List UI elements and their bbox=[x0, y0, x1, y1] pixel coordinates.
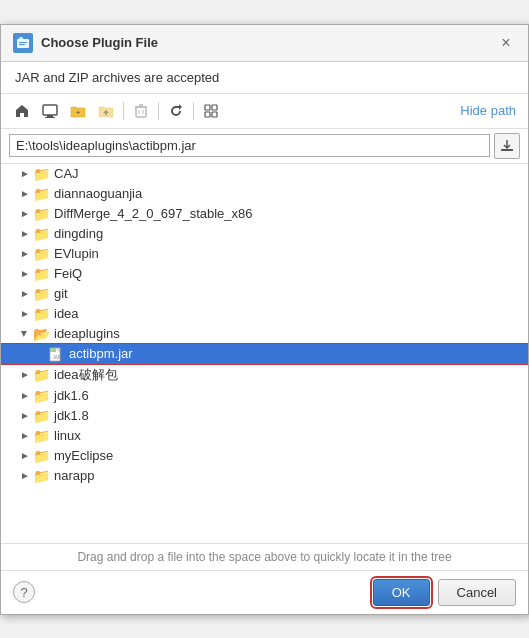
tree-item-actibpm[interactable]: ► JAR actibpm.jar bbox=[1, 344, 528, 364]
choose-plugin-dialog: Choose Plugin File × JAR and ZIP archive… bbox=[0, 24, 529, 615]
path-action-button[interactable] bbox=[494, 133, 520, 159]
subtitle-text: JAR and ZIP archives are accepted bbox=[1, 62, 528, 94]
folder-up-button[interactable] bbox=[93, 98, 119, 124]
svg-rect-17 bbox=[501, 149, 513, 151]
cancel-button[interactable]: Cancel bbox=[438, 579, 516, 606]
label-idea: idea bbox=[54, 306, 79, 321]
tree-item-jdk16[interactable]: ► 📁 jdk1.6 bbox=[1, 386, 528, 406]
folder-icon-ideaplugins: 📂 bbox=[33, 326, 50, 342]
drag-hint: Drag and drop a file into the space abov… bbox=[1, 544, 528, 571]
chevron-idea: ► bbox=[17, 306, 33, 322]
tree-item-idea-jiebaobao[interactable]: ► 📁 idea破解包 bbox=[1, 364, 528, 386]
svg-rect-2 bbox=[19, 42, 27, 43]
home-button[interactable] bbox=[9, 98, 35, 124]
folder-icon-linux: 📁 bbox=[33, 428, 50, 444]
svg-rect-4 bbox=[43, 105, 57, 115]
separator3 bbox=[193, 102, 194, 120]
separator2 bbox=[158, 102, 159, 120]
label-actibpm: actibpm.jar bbox=[69, 346, 133, 361]
tree-item-idea[interactable]: ► 📁 idea bbox=[1, 304, 528, 324]
svg-rect-1 bbox=[19, 37, 23, 40]
folder-icon-diannaoguanjia: 📁 bbox=[33, 186, 50, 202]
svg-text:+: + bbox=[76, 108, 81, 117]
label-git: git bbox=[54, 286, 68, 301]
svg-rect-0 bbox=[17, 39, 29, 48]
label-evlupin: EVlupin bbox=[54, 246, 99, 261]
chevron-diannaoguanjia: ► bbox=[17, 186, 33, 202]
label-dingding: dingding bbox=[54, 226, 103, 241]
file-tree[interactable]: ► 📁 CAJ ► 📁 diannaoguanjia ► 📁 DiffMerge… bbox=[1, 164, 528, 544]
folder-icon-narapp: 📁 bbox=[33, 468, 50, 484]
svg-rect-3 bbox=[19, 44, 25, 45]
folder-icon-diffmerge: 📁 bbox=[33, 206, 50, 222]
tree-item-narapp[interactable]: ► 📁 narapp bbox=[1, 466, 528, 486]
folder-icon-dingding: 📁 bbox=[33, 226, 50, 242]
path-input[interactable] bbox=[9, 134, 490, 157]
folder-icon-idea-jiebaobao: 📁 bbox=[33, 367, 50, 383]
tree-item-caj[interactable]: ► 📁 CAJ bbox=[1, 164, 528, 184]
svg-rect-5 bbox=[47, 115, 53, 117]
folder-icon-myeclipse: 📁 bbox=[33, 448, 50, 464]
chevron-jdk18: ► bbox=[17, 408, 33, 424]
delete-button[interactable] bbox=[128, 98, 154, 124]
label-diannaoguanjia: diannaoguanjia bbox=[54, 186, 142, 201]
label-myeclipse: myEclipse bbox=[54, 448, 113, 463]
new-folder-button[interactable]: + bbox=[65, 98, 91, 124]
svg-rect-6 bbox=[45, 117, 55, 118]
svg-rect-14 bbox=[212, 105, 217, 110]
bookmark-button[interactable] bbox=[198, 98, 224, 124]
dialog-icon bbox=[13, 33, 33, 53]
tree-item-myeclipse[interactable]: ► 📁 myEclipse bbox=[1, 446, 528, 466]
label-narapp: narapp bbox=[54, 468, 94, 483]
folder-icon-git: 📁 bbox=[33, 286, 50, 302]
path-bar bbox=[1, 129, 528, 164]
chevron-idea-jiebaobao: ► bbox=[17, 367, 33, 383]
hide-path-button[interactable]: Hide path bbox=[456, 101, 520, 120]
folder-icon-jdk18: 📁 bbox=[33, 408, 50, 424]
refresh-button[interactable] bbox=[163, 98, 189, 124]
svg-rect-15 bbox=[205, 112, 210, 117]
desktop-button[interactable] bbox=[37, 98, 63, 124]
chevron-dingding: ► bbox=[17, 226, 33, 242]
chevron-feiq: ► bbox=[17, 266, 33, 282]
svg-rect-16 bbox=[212, 112, 217, 117]
folder-icon-caj: 📁 bbox=[33, 166, 50, 182]
folder-icon-jdk16: 📁 bbox=[33, 388, 50, 404]
label-caj: CAJ bbox=[54, 166, 79, 181]
help-button[interactable]: ? bbox=[13, 581, 35, 603]
tree-item-evlupin[interactable]: ► 📁 EVlupin bbox=[1, 244, 528, 264]
folder-icon-feiq: 📁 bbox=[33, 266, 50, 282]
label-jdk18: jdk1.8 bbox=[54, 408, 89, 423]
separator1 bbox=[123, 102, 124, 120]
chevron-caj: ► bbox=[17, 166, 33, 182]
ok-button[interactable]: OK bbox=[373, 579, 430, 606]
chevron-evlupin: ► bbox=[17, 246, 33, 262]
tree-item-feiq[interactable]: ► 📁 FeiQ bbox=[1, 264, 528, 284]
chevron-myeclipse: ► bbox=[17, 448, 33, 464]
tree-item-jdk18[interactable]: ► 📁 jdk1.8 bbox=[1, 406, 528, 426]
folder-icon-idea: 📁 bbox=[33, 306, 50, 322]
label-feiq: FeiQ bbox=[54, 266, 82, 281]
label-ideaplugins: ideaplugins bbox=[54, 326, 120, 341]
label-idea-jiebaobao: idea破解包 bbox=[54, 366, 118, 384]
tree-item-linux[interactable]: ► 📁 linux bbox=[1, 426, 528, 446]
chevron-linux: ► bbox=[17, 428, 33, 444]
folder-icon-evlupin: 📁 bbox=[33, 246, 50, 262]
chevron-narapp: ► bbox=[17, 468, 33, 484]
tree-item-git[interactable]: ► 📁 git bbox=[1, 284, 528, 304]
label-jdk16: jdk1.6 bbox=[54, 388, 89, 403]
dialog-title: Choose Plugin File bbox=[41, 35, 158, 50]
label-diffmerge: DiffMerge_4_2_0_697_stable_x86 bbox=[54, 206, 253, 221]
svg-rect-19 bbox=[50, 348, 56, 352]
tree-item-diannaoguanjia[interactable]: ► 📁 diannaoguanjia bbox=[1, 184, 528, 204]
close-button[interactable]: × bbox=[496, 33, 516, 53]
svg-rect-13 bbox=[205, 105, 210, 110]
tree-item-ideaplugins[interactable]: ► 📂 ideaplugins bbox=[1, 324, 528, 344]
tree-item-dingding[interactable]: ► 📁 dingding bbox=[1, 224, 528, 244]
svg-text:JAR: JAR bbox=[53, 355, 62, 360]
toolbar: + Hide path bbox=[1, 94, 528, 129]
button-bar: ? OK Cancel bbox=[1, 571, 528, 614]
jar-icon-actibpm: JAR bbox=[49, 346, 65, 362]
chevron-git: ► bbox=[17, 286, 33, 302]
tree-item-diffmerge[interactable]: ► 📁 DiffMerge_4_2_0_697_stable_x86 bbox=[1, 204, 528, 224]
